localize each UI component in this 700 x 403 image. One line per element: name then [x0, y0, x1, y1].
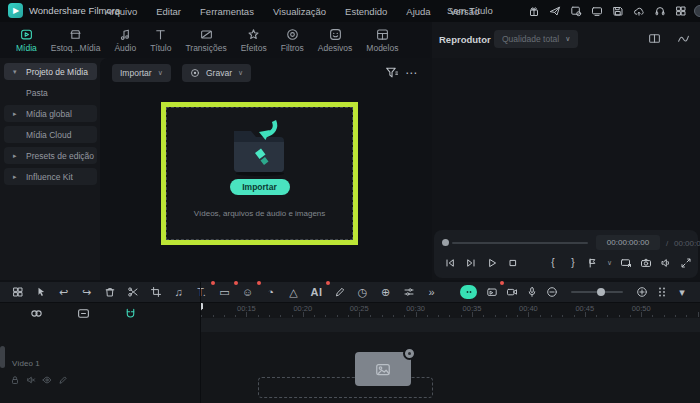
speed-tool-icon[interactable]: ◔: [259, 282, 282, 302]
keyframe-icon[interactable]: △: [282, 282, 305, 302]
import-dropzone[interactable]: Importar Vídeos, arquivos de áudio e ima…: [166, 107, 353, 240]
media-clip-ghost[interactable]: [355, 352, 411, 386]
volume-icon[interactable]: [660, 257, 672, 269]
split-icon[interactable]: [121, 282, 144, 302]
mask-tool-icon[interactable]: ▭: [213, 282, 236, 302]
voiceover-mic-icon[interactable]: [522, 282, 542, 302]
duration-icon[interactable]: ◷: [351, 282, 374, 302]
scope-icon[interactable]: [677, 32, 690, 45]
more-tools-icon[interactable]: »: [420, 282, 443, 302]
menu-item-ferramentas[interactable]: Ferramentas: [200, 6, 254, 17]
timeline-ruler[interactable]: 00:1000:1500:2000:2500:3000:3500:4000:45…: [200, 303, 700, 318]
adjust-color-icon[interactable]: [397, 282, 420, 302]
workspace-grid-icon[interactable]: [675, 5, 687, 17]
crop-icon[interactable]: [144, 282, 167, 302]
delete-icon[interactable]: [98, 282, 121, 302]
menu-item-arquivo[interactable]: Arquivo: [105, 6, 137, 17]
quality-selector[interactable]: Qualidade total ∨: [494, 30, 578, 48]
import-dropdown-button[interactable]: Importar ∨: [112, 64, 171, 82]
ripple-edit-icon[interactable]: [77, 307, 90, 320]
track-height-chevron-icon[interactable]: ▾: [672, 282, 692, 302]
sidebar-item-projeto-de-m-dia[interactable]: ▾Projeto de Mídia: [4, 63, 97, 80]
split-view-icon[interactable]: [648, 32, 661, 45]
sidebar-item-m-dia-cloud[interactable]: Mídia Cloud: [4, 126, 97, 143]
link-clips-icon[interactable]: [30, 307, 43, 320]
seek-track[interactable]: [452, 242, 588, 244]
edit-track-icon[interactable]: [58, 375, 68, 385]
stop-icon[interactable]: [507, 257, 519, 269]
undo-icon[interactable]: ↩: [52, 282, 75, 302]
sidebar-item-presets-de-edi-o[interactable]: ▸Presets de edição: [4, 147, 97, 164]
snapshot-display-icon[interactable]: [620, 257, 632, 269]
zoom-in-icon[interactable]: [632, 282, 652, 302]
tab-filtros[interactable]: Filtros: [274, 28, 311, 53]
hide-icon[interactable]: [42, 375, 52, 385]
tab-modelos[interactable]: Modelos: [359, 28, 405, 53]
support-headset-icon[interactable]: [654, 5, 666, 17]
timeline-zoom-slider[interactable]: [571, 291, 623, 293]
more-options-icon[interactable]: ⋯: [405, 66, 418, 79]
save-icon[interactable]: [612, 5, 624, 17]
play-icon[interactable]: [486, 257, 498, 269]
timecode-current[interactable]: 00:00:00:00: [596, 235, 660, 250]
tab-t-tulo[interactable]: Título: [143, 28, 178, 53]
smart-cutout-icon[interactable]: ☺: [236, 282, 259, 302]
magnet-icon[interactable]: [124, 307, 137, 320]
mark-out-icon[interactable]: }: [567, 257, 579, 269]
redo-icon[interactable]: ↪: [75, 282, 98, 302]
filter-icon[interactable]: [385, 66, 398, 79]
timeline-content[interactable]: 00:1000:1500:2000:2500:3000:3500:4000:45…: [200, 303, 700, 403]
next-frame-icon[interactable]: [465, 257, 477, 269]
cloud-upload-icon[interactable]: [633, 5, 645, 17]
timeline-tools-left: ↩↪♫T.▭☺◔△AI◷⊕»: [6, 282, 443, 302]
clip-badge-icon[interactable]: [403, 347, 416, 360]
text-tool-icon[interactable]: T.: [190, 282, 213, 302]
import-button[interactable]: Importar: [230, 179, 290, 195]
copilot-toggle-icon[interactable]: [460, 285, 477, 299]
tab-estoq-m-dia[interactable]: Estoq...Mídia: [44, 28, 108, 53]
ruler-label: 00:35: [463, 304, 482, 313]
lock-icon[interactable]: [10, 375, 20, 385]
edit-properties-icon[interactable]: [328, 282, 351, 302]
motion-tracking-icon[interactable]: ⊕: [374, 282, 397, 302]
screen-record-icon[interactable]: [502, 282, 522, 302]
workspace-layout-icon[interactable]: [6, 282, 29, 302]
sidebar-item-m-dia-global[interactable]: ▸Mídia global: [4, 105, 97, 122]
detach-audio-icon[interactable]: ♫: [167, 282, 190, 302]
record-dropdown-button[interactable]: Gravar ∨: [182, 64, 251, 82]
avatar[interactable]: [694, 5, 700, 17]
timeline-zoom-handle[interactable]: [597, 288, 605, 296]
menu-item-estendido[interactable]: Estendido: [345, 6, 387, 17]
mask-tool-icon: ▭: [219, 286, 231, 298]
tab--udio[interactable]: Áudio: [107, 28, 143, 53]
player-tool-icons: {}∨: [547, 257, 692, 269]
seek-handle[interactable]: [442, 239, 449, 246]
gift-icon[interactable]: [528, 5, 540, 17]
select-tool-icon[interactable]: [29, 282, 52, 302]
track-height-icon[interactable]: [652, 282, 672, 302]
tab-adesivos[interactable]: Adesivos: [311, 28, 360, 53]
previous-frame-icon[interactable]: [444, 257, 456, 269]
tab-transi-es[interactable]: Transições: [178, 28, 233, 53]
marker-flag-icon[interactable]: [587, 257, 599, 269]
ai-tools-icon[interactable]: AI: [305, 282, 328, 302]
menu-item-editar[interactable]: Editar: [156, 6, 181, 17]
mark-in-icon[interactable]: {: [547, 257, 559, 269]
fullscreen-icon[interactable]: [680, 257, 692, 269]
screen-share-icon[interactable]: [591, 5, 603, 17]
smart-cutout-icon: ☺: [242, 286, 254, 298]
snapshot-camera-icon[interactable]: [640, 257, 652, 269]
sidebar-item-influence-kit[interactable]: ▸Influence Kit: [4, 168, 97, 185]
promote-icon[interactable]: [549, 5, 561, 17]
zoom-out-icon[interactable]: [542, 282, 562, 302]
menu-item-visualização[interactable]: Visualização: [273, 6, 326, 17]
mute-icon[interactable]: [26, 375, 36, 385]
sidebar-item-pasta[interactable]: Pasta: [4, 84, 97, 101]
menu-item-ajuda[interactable]: Ajuda: [406, 6, 430, 17]
export-settings-icon[interactable]: [570, 5, 582, 17]
add-sticker-icon[interactable]: [482, 282, 502, 302]
track-scrollbar[interactable]: [0, 346, 5, 368]
filmora-logo-icon[interactable]: ▶: [8, 3, 23, 18]
tab-m-dia[interactable]: Mídia: [9, 28, 44, 53]
tab-efeitos[interactable]: Efeitos: [234, 28, 274, 53]
